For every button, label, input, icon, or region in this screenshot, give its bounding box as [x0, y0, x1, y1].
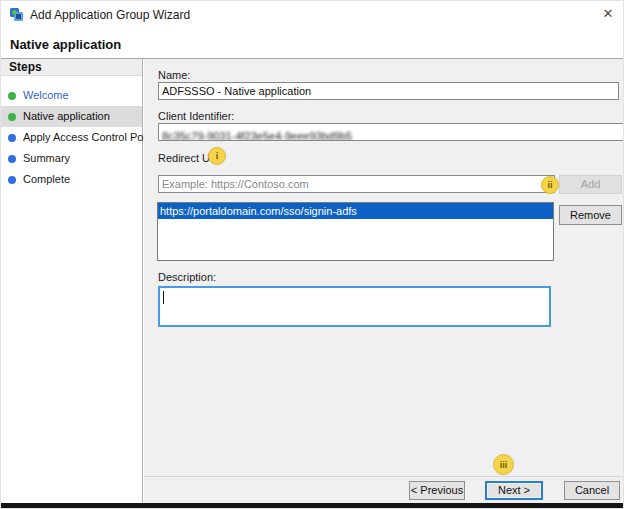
name-input[interactable]	[158, 82, 619, 100]
step-status-icon	[8, 92, 16, 100]
annotation-iii-badge: iii	[493, 454, 514, 475]
wizard-content-panel: Name: Client Identifier: 8c35c79-9031-4f…	[144, 59, 624, 505]
steps-list: Welcome Native application Apply Access …	[1, 85, 142, 190]
title-bar: Add Application Group Wizard ✕	[1, 1, 623, 29]
step-label: Complete	[23, 173, 70, 185]
step-status-icon	[8, 134, 16, 142]
app-wizard-icon	[9, 7, 24, 22]
sidebar-item-apply-access-control-policy[interactable]: Apply Access Control Policy	[1, 127, 142, 148]
client-identifier-label: Client Identifier:	[158, 110, 234, 122]
add-button[interactable]: Add	[559, 175, 622, 194]
footer-separator	[144, 476, 624, 477]
cancel-button[interactable]: Cancel	[564, 481, 620, 500]
window-bottom-edge	[1, 503, 623, 508]
redirect-uri-listbox[interactable]: https://portaldomain.com/sso/signin-adfs	[157, 202, 554, 261]
client-identifier-redacted-value: 8c35c79-9031-4f23e5e4-9eee93bd9b5	[162, 130, 352, 141]
step-label: Native application	[23, 110, 110, 122]
steps-sidebar: Steps Welcome Native application Apply A…	[1, 59, 143, 505]
next-button[interactable]: Next >	[485, 481, 543, 500]
step-status-icon	[8, 155, 16, 163]
name-label: Name:	[158, 69, 190, 81]
sidebar-item-native-application[interactable]: Native application	[1, 106, 142, 127]
description-label: Description:	[158, 271, 216, 283]
window-title: Add Application Group Wizard	[30, 8, 190, 22]
redirect-uri-list-item[interactable]: https://portaldomain.com/sso/signin-adfs	[158, 203, 553, 219]
close-icon[interactable]: ✕	[598, 4, 618, 24]
wizard-body: Steps Welcome Native application Apply A…	[1, 59, 624, 505]
annotation-ii-badge: ii	[541, 176, 559, 194]
previous-button[interactable]: < Previous	[409, 481, 465, 500]
step-status-icon	[8, 176, 16, 184]
description-textarea[interactable]	[158, 286, 551, 327]
add-application-group-wizard-window: Add Application Group Wizard ✕ Native ap…	[0, 0, 624, 509]
sidebar-item-complete[interactable]: Complete	[1, 169, 142, 190]
remove-button[interactable]: Remove	[559, 205, 622, 225]
step-status-icon	[8, 113, 16, 121]
annotation-i-badge: i	[208, 147, 226, 165]
text-cursor	[163, 291, 164, 304]
steps-header: Steps	[1, 59, 142, 76]
client-identifier-input[interactable]: 8c35c79-9031-4f23e5e4-9eee93bd9b5	[158, 123, 624, 141]
step-label: Summary	[23, 152, 70, 164]
page-title: Native application	[10, 37, 121, 52]
step-label: Apply Access Control Policy	[23, 131, 159, 143]
sidebar-item-summary[interactable]: Summary	[1, 148, 142, 169]
step-label: Welcome	[23, 89, 69, 101]
sidebar-item-welcome[interactable]: Welcome	[1, 85, 142, 106]
redirect-uri-input[interactable]	[158, 175, 555, 193]
